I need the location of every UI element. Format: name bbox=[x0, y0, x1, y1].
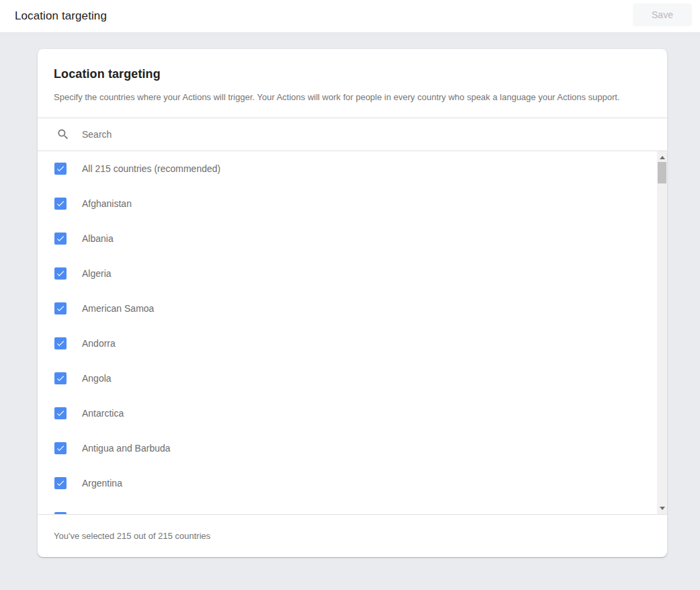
country-label[interactable]: Algeria bbox=[82, 268, 112, 279]
checkbox-checked[interactable] bbox=[54, 337, 67, 349]
country-list-wrap: All 215 countries (recommended)Afghanist… bbox=[38, 151, 667, 514]
country-label[interactable]: Albania bbox=[82, 233, 114, 244]
country-label[interactable]: Angola bbox=[82, 373, 112, 384]
country-label[interactable]: Afghanistan bbox=[82, 198, 132, 209]
checkbox-checked[interactable] bbox=[54, 372, 67, 384]
country-label[interactable]: Argentina bbox=[82, 478, 122, 489]
scroll-up-icon[interactable] bbox=[657, 153, 667, 162]
country-row: Algeria bbox=[38, 256, 657, 291]
country-list: All 215 countries (recommended)Afghanist… bbox=[38, 151, 667, 514]
checkbox-checked[interactable] bbox=[54, 512, 67, 514]
checkbox-checked[interactable] bbox=[54, 163, 67, 175]
main-content: Location targeting Specify the countries… bbox=[0, 49, 700, 557]
scroll-down-icon[interactable] bbox=[657, 503, 667, 513]
country-row: Angola bbox=[38, 361, 657, 396]
checkbox-checked[interactable] bbox=[54, 198, 67, 210]
card-description: Specify the countries where your Actions… bbox=[54, 91, 645, 104]
country-row: All 215 countries (recommended) bbox=[38, 151, 657, 186]
checkbox-checked[interactable] bbox=[54, 477, 67, 489]
country-label[interactable]: Antarctica bbox=[82, 408, 124, 419]
country-row: Argentina bbox=[38, 466, 657, 501]
country-row bbox=[38, 501, 657, 514]
save-button[interactable]: Save bbox=[633, 3, 692, 26]
checkbox-checked[interactable] bbox=[54, 233, 67, 245]
country-row: Albania bbox=[38, 221, 657, 256]
search-input[interactable] bbox=[82, 129, 667, 140]
search-icon bbox=[56, 128, 70, 141]
card-title: Location targeting bbox=[54, 67, 651, 81]
country-row: American Samoa bbox=[38, 291, 657, 326]
scrollbar[interactable] bbox=[657, 151, 667, 514]
country-label[interactable]: American Samoa bbox=[82, 303, 154, 314]
country-label[interactable]: All 215 countries (recommended) bbox=[82, 163, 220, 174]
location-targeting-card: Location targeting Specify the countries… bbox=[38, 49, 667, 557]
checkbox-checked[interactable] bbox=[54, 302, 67, 314]
selection-summary: You've selected 215 out of 215 countries bbox=[38, 514, 667, 557]
search-bar bbox=[38, 118, 667, 151]
card-header: Location targeting Specify the countries… bbox=[38, 49, 667, 118]
country-row: Andorra bbox=[38, 326, 657, 361]
country-label[interactable]: Antigua and Barbuda bbox=[82, 443, 171, 454]
topbar: Location targeting Save bbox=[0, 0, 700, 33]
country-row: Antarctica bbox=[38, 396, 657, 431]
scrollbar-thumb[interactable] bbox=[658, 162, 666, 183]
country-row: Afghanistan bbox=[38, 186, 657, 221]
checkbox-checked[interactable] bbox=[54, 267, 67, 280]
country-label[interactable]: Andorra bbox=[82, 338, 116, 349]
page-title: Location targeting bbox=[15, 9, 107, 23]
country-row: Antigua and Barbuda bbox=[38, 431, 657, 466]
checkbox-checked[interactable] bbox=[54, 407, 67, 419]
checkbox-checked[interactable] bbox=[54, 442, 67, 454]
